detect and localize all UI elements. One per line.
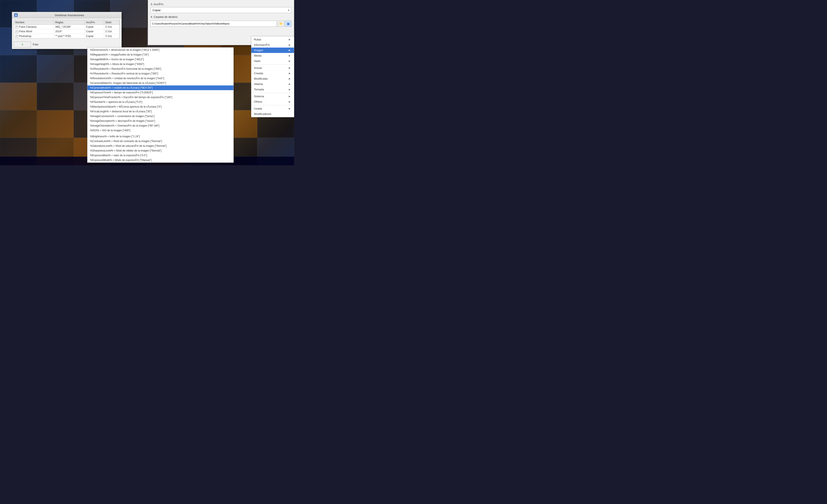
foto-label: Foto (33, 43, 38, 46)
dropdown-list-item[interactable]: %ISO% = ISO de la imagen ["400"] (88, 128, 234, 133)
table-row[interactable]: Fotos Móvil2014*CopiarC:\Us (14, 29, 119, 34)
dropdown-list-item[interactable]: %ImageOrientation% = OrientaciÃ³n de la … (88, 123, 234, 128)
row-desti: C:\Us (104, 34, 119, 38)
submenu-arrow-icon: ▶ (289, 101, 291, 103)
submenu-arrow-icon: ▶ (289, 49, 291, 51)
dropdown-list-item[interactable]: %SharpnessLevel% = Nivel de nitidez de l… (88, 148, 234, 153)
menu-item-label: Images (254, 49, 263, 52)
dropdown-list-item[interactable]: %ContrastLevel% = Nivel de contraste de … (88, 139, 234, 144)
menu-item-usada[interactable]: Usada▶ (251, 106, 294, 111)
row-nombre: Fotos Móvil (19, 30, 32, 33)
row-nombre: Fotos Cámaras (19, 25, 37, 29)
menu-item-rutas[interactable]: Rutas▶ (251, 37, 294, 42)
submenu-arrow-icon: ▶ (289, 95, 291, 98)
row-desti: C:\Us (104, 25, 119, 29)
dropdown-list-item[interactable]: %ExposureMode% = Modo de exposiciÃ³n ["M… (88, 158, 234, 163)
menu-item-creada[interactable]: Creada▶ (251, 70, 294, 76)
row-desti: C:\Us (104, 29, 119, 34)
submenu-arrow-icon: ▶ (289, 77, 291, 80)
dropdown-list-item[interactable]: %Brightness% = brillo de la imagen ["1.2… (88, 134, 234, 139)
dialog-icon: ▦ (14, 13, 18, 17)
dialog-title: Gestionar Asociaciones (19, 13, 119, 17)
dropdown-list-item[interactable]: %ExposureTime% = tiempo de exposiciÃ³n [… (88, 90, 234, 95)
row-reglas: IMG_*;DCIM* (54, 25, 85, 29)
menu-item-label: Modificadores (254, 112, 272, 116)
row-accion: Copiar (85, 29, 104, 34)
menu-item-modificadores[interactable]: Modificadores (251, 111, 294, 117)
submenu-arrow-icon: ▶ (289, 44, 291, 46)
row-checkbox[interactable] (15, 25, 18, 29)
menu-item-label: Abierta (254, 82, 263, 86)
dropdown-arrow-icon: ▾ (288, 9, 289, 12)
menu-item-label: Hash (254, 59, 260, 63)
menu-item-media[interactable]: Media▶ (251, 53, 294, 58)
menu-item-label: Rutas (254, 38, 261, 41)
path-input[interactable]: C:\Users\Ruben\Pictures\%CameraModel%\%Y… (151, 21, 277, 27)
submenu-arrow-icon: ▶ (289, 54, 291, 57)
dropdown-list-item[interactable]: %YResolution% = ResoluciÃ³n vertical de … (88, 71, 234, 76)
dropdown-list-item[interactable]: %ExposureTimeFraction% = fracciÃ³n del t… (88, 95, 234, 100)
dropdown-list-item[interactable]: %CameraMaker%= imagen del fabricante de … (88, 81, 234, 86)
col-reglas: Reglas (54, 20, 85, 25)
menu-item-images[interactable]: Images▶ (251, 48, 294, 53)
add-button[interactable]: + (14, 42, 31, 48)
main-dialog: ▦ Gestionar Asociaciones Nombre Reglas A… (12, 12, 122, 49)
dropdown-list-item[interactable]: %ImageWidth% = Ancho de la imagen ["4912… (88, 57, 234, 62)
dropdown-list-item[interactable]: %SaturationLevel% = Nivel de saturaciÃ³n… (88, 144, 234, 148)
menu-item-abierta[interactable]: Abierta▶ (251, 81, 294, 87)
assoc-table-wrapper: Nombre Reglas AcciÃ³n Desti Fotos Cámara… (14, 20, 120, 39)
row-reglas: **.psd;**.PSD (54, 34, 85, 38)
context-menu: Rutas▶InformaciÃ³n▶Images▶Media▶Hash▶Act… (251, 36, 294, 117)
dropdown-list-item[interactable]: %CameraModel% = modelo de la cÃ¡mara ["N… (88, 86, 234, 90)
col-desti: Desti (104, 20, 119, 25)
menu-item-actual[interactable]: Actual▶ (251, 65, 294, 70)
list-button[interactable]: ▦ (285, 21, 291, 27)
section4-label: 4. Carpeta de destino: (151, 15, 291, 18)
submenu-arrow-icon: ▶ (289, 67, 291, 69)
dropdown-list-item[interactable]: %ExposureBias% = valor de la exposiciÃ³n… (88, 153, 234, 158)
table-row[interactable]: Fotos CámarasIMG_*;DCIM*CopiarC:\Us (14, 25, 119, 29)
path-row: C:\Users\Ruben\Pictures\%CameraModel%\%Y… (151, 21, 291, 27)
action-dropdown[interactable]: Copiar ▾ (151, 7, 291, 13)
menu-item-label: Others (254, 100, 262, 103)
dialog-titlebar: ▦ Gestionar Asociaciones (12, 12, 121, 18)
submenu-arrow-icon: ▶ (289, 88, 291, 91)
section3-label: 3. AcciÃ³n: (151, 3, 291, 6)
menu-item-label: Creada (254, 72, 263, 75)
dropdown-list-item[interactable]: %ImageDescription% = descripciÃ³n de ima… (88, 119, 234, 123)
row-checkbox[interactable] (15, 35, 18, 38)
row-nombre: Photoshop (19, 35, 31, 38)
menu-item-informaciã³n[interactable]: InformaciÃ³n▶ (251, 42, 294, 48)
folder-button[interactable]: 📁 (278, 21, 284, 27)
dropdown-list-item[interactable]: %ResolutionUnit% = Unidad de resoluciÃ³n… (88, 76, 234, 81)
menu-item-label: Modificada (254, 77, 267, 80)
menu-item-tomada[interactable]: Tomada▶ (251, 87, 294, 92)
menu-item-label: Actual (254, 66, 262, 69)
menu-item-label: InformaciÃ³n (254, 43, 270, 47)
dropdown-list-item[interactable]: %XResolution% = ResoluciÃ³n horizontal d… (88, 66, 234, 71)
menu-separator (251, 105, 294, 105)
dropdown-list-item[interactable]: %Megapixels% = megapÃ­xeles de la imagen… (88, 52, 234, 57)
menu-item-modificada[interactable]: Modificada▶ (251, 76, 294, 81)
assoc-table: Nombre Reglas AcciÃ³n Desti Fotos Cámara… (14, 20, 119, 38)
dropdown-list-item[interactable]: %FocalLength% = distancia focal de la cÃ… (88, 109, 234, 114)
dropdown-list: %Dimensions% = dimensiones de la imagen … (87, 47, 234, 163)
dropdown-list-item[interactable]: %ImageHeight% = Altura de la imagen ["32… (88, 62, 234, 66)
table-row[interactable]: Photoshop**.psd;**.PSDCopiarC:\Us (14, 34, 119, 38)
menu-item-label: Tomada (254, 88, 264, 91)
menu-item-label: Sistema (254, 95, 264, 98)
row-checkbox[interactable] (15, 30, 18, 33)
dropdown-list-item[interactable]: %FNumber% = apertura de la cÃ¡mara ["5.6… (88, 100, 234, 104)
menu-item-hash[interactable]: Hash▶ (251, 58, 294, 64)
submenu-arrow-icon: ▶ (289, 107, 291, 110)
dropdown-list-item[interactable]: %ImageComments% = comentarios de imagen … (88, 114, 234, 119)
menu-item-others[interactable]: Others▶ (251, 99, 294, 104)
dropdown-list-item[interactable]: %Dimensions% = dimensiones de la imagen … (88, 48, 234, 52)
menu-item-label: Media (254, 54, 261, 57)
row-accion: Copiar (85, 34, 104, 38)
row-reglas: 2014* (54, 29, 85, 34)
menu-item-sistema[interactable]: Sistema▶ (251, 94, 294, 99)
submenu-arrow-icon: ▶ (289, 72, 291, 74)
col-accion: AcciÃ³n (85, 20, 104, 25)
dropdown-list-item[interactable]: %MaxApertureValue% = MÃ¡xima apertura de… (88, 104, 234, 109)
